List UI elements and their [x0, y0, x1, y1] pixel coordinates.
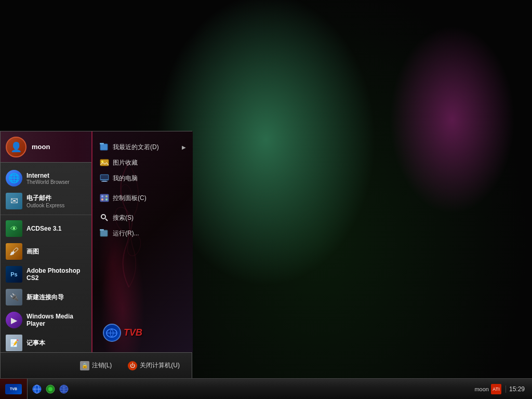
svg-point-13	[105, 195, 108, 197]
dialup-icon: 🔌	[6, 289, 22, 305]
pictures-label: 图片收藏	[113, 158, 138, 167]
paint-title: 画图	[26, 247, 39, 256]
photoshop-text: Adobe Photoshop CS2	[26, 267, 86, 282]
menu-right-search[interactable]: 搜索(S)	[95, 210, 190, 225]
my-computer-label: 我的电脑	[113, 174, 138, 183]
svg-point-16	[101, 215, 105, 219]
start-label: TVB	[10, 387, 17, 391]
notepad-text: 记事本	[26, 339, 45, 348]
svg-rect-4	[100, 143, 104, 144]
pictures-icon	[99, 158, 110, 167]
control-panel-label: 控制面板(C)	[113, 194, 147, 203]
internet-icon: 🌐	[6, 170, 22, 187]
start-button[interactable]: TVB	[0, 379, 28, 400]
search-icon	[99, 213, 110, 222]
acdsee-title: ACDSee 3.1	[26, 225, 61, 232]
acdsee-icon: 👁	[6, 220, 22, 237]
svg-point-6	[101, 161, 103, 163]
email-title: 电子邮件	[26, 194, 64, 203]
menu-item-notepad[interactable]: 📝 记事本	[1, 331, 91, 354]
email-subtitle: Outlook Express	[26, 203, 64, 208]
menu-item-email[interactable]: ✉ 电子邮件 Outlook Express	[1, 190, 91, 212]
notepad-title: 记事本	[26, 339, 45, 348]
svg-rect-9	[101, 181, 108, 182]
shutdown-label: 关闭计算机(U)	[140, 361, 180, 370]
shutdown-button[interactable]: ⏻ 关闭计算机(U)	[124, 359, 184, 373]
tvb-taskbar-logo: TVB	[5, 384, 22, 394]
dialup-title: 新建连接向导	[26, 293, 64, 302]
menu-right-my-computer[interactable]: 我的电脑	[95, 170, 190, 186]
svg-point-12	[101, 195, 103, 197]
lock-button[interactable]: 🔒 注销(L)	[76, 359, 116, 373]
menu-left-panel: 🌐 Internet TheWorld Browser ✉ 电子邮件 Outlo…	[1, 163, 91, 378]
power-icon: ⏻	[128, 361, 137, 370]
menu-item-paint[interactable]: 🖌 画图	[1, 240, 91, 263]
recent-docs-icon	[99, 142, 110, 152]
recent-docs-arrow: ▶	[182, 144, 186, 150]
menu-item-dialup[interactable]: 🔌 新建连接向导	[1, 286, 91, 309]
taskbar-world-icon[interactable]	[59, 384, 69, 394]
photoshop-title: Adobe Photoshop CS2	[26, 267, 86, 282]
menu-item-acdsee[interactable]: 👁 ACDSee 3.1	[1, 217, 91, 240]
wmp-title: Windows Media Player	[26, 313, 86, 327]
taskbar-right: moon ATI 15:29	[470, 384, 532, 394]
start-menu: 👤 moon 🌐 Internet TheWorld Browser ✉ 电子邮…	[0, 131, 192, 378]
system-tray: moon ATI	[474, 384, 501, 394]
taskbar-ie-icon[interactable]	[32, 384, 42, 394]
right-spacer	[95, 186, 190, 190]
menu-divider-1	[1, 215, 91, 215]
menu-right-run[interactable]: 运行(R)...	[95, 225, 190, 241]
menu-right-recent-docs[interactable]: 我最近的文若(D) ▶	[95, 139, 190, 155]
svg-point-26	[48, 387, 52, 391]
tray-ati-icon[interactable]: ATI	[491, 384, 501, 394]
email-text: 电子邮件 Outlook Express	[26, 194, 64, 208]
right-spacer2	[95, 206, 190, 210]
wmp-icon: ▶	[6, 312, 22, 328]
tvb-circle-logo	[103, 324, 121, 342]
lock-label: 注销(L)	[92, 361, 112, 370]
email-icon: ✉	[6, 193, 22, 209]
svg-rect-5	[100, 159, 109, 166]
svg-point-14	[101, 198, 103, 201]
run-icon	[99, 229, 110, 238]
internet-text: Internet TheWorld Browser	[26, 172, 70, 185]
svg-point-15	[105, 198, 108, 201]
svg-line-17	[105, 219, 108, 221]
menu-right-control-panel[interactable]: 控制面板(C)	[95, 190, 190, 206]
svg-rect-10	[101, 175, 108, 179]
run-label: 运行(R)...	[113, 229, 139, 238]
clock-display: 15:29	[506, 385, 528, 393]
tvb-text-logo: TVB	[124, 327, 142, 338]
paint-icon: 🖌	[6, 243, 22, 260]
svg-rect-18	[100, 230, 108, 236]
menu-bottom-bar: 🔒 注销(L) ⏻ 关闭计算机(U)	[1, 352, 192, 378]
taskbar-browser-icon[interactable]	[45, 384, 56, 394]
notepad-icon: 📝	[6, 335, 22, 351]
menu-item-wmp[interactable]: ▶ Windows Media Player	[1, 309, 91, 331]
taskbar: TVB moon ATI 15:29	[0, 378, 532, 399]
menu-layout: 🌐 Internet TheWorld Browser ✉ 电子邮件 Outlo…	[1, 163, 192, 378]
svg-rect-19	[100, 229, 104, 231]
paint-text: 画图	[26, 247, 39, 256]
internet-subtitle: TheWorld Browser	[26, 179, 70, 185]
menu-item-internet[interactable]: 🌐 Internet TheWorld Browser	[1, 167, 91, 190]
right-items-list: 我最近的文若(D) ▶ 图片收藏 我的电脑	[92, 131, 193, 249]
svg-rect-11	[100, 194, 109, 202]
dialup-text: 新建连接向导	[26, 293, 64, 302]
menu-item-photoshop[interactable]: Ps Adobe Photoshop CS2	[1, 263, 91, 286]
username-display: moon	[32, 143, 50, 151]
photoshop-icon: Ps	[6, 266, 22, 283]
tray-username: moon	[474, 386, 489, 392]
control-panel-icon	[99, 193, 110, 203]
tvb-logo-right: TVB	[103, 324, 142, 342]
my-computer-icon	[99, 174, 110, 183]
recent-docs-label: 我最近的文若(D)	[113, 143, 159, 152]
user-avatar: 👤	[6, 137, 26, 157]
acdsee-text: ACDSee 3.1	[26, 225, 61, 232]
menu-right-pictures[interactable]: 图片收藏	[95, 155, 190, 170]
svg-rect-3	[100, 144, 108, 150]
internet-title: Internet	[26, 172, 70, 179]
desktop: 👤 moon 🌐 Internet TheWorld Browser ✉ 电子邮…	[0, 0, 532, 399]
search-label: 搜索(S)	[113, 214, 134, 222]
wmp-text: Windows Media Player	[26, 313, 86, 327]
